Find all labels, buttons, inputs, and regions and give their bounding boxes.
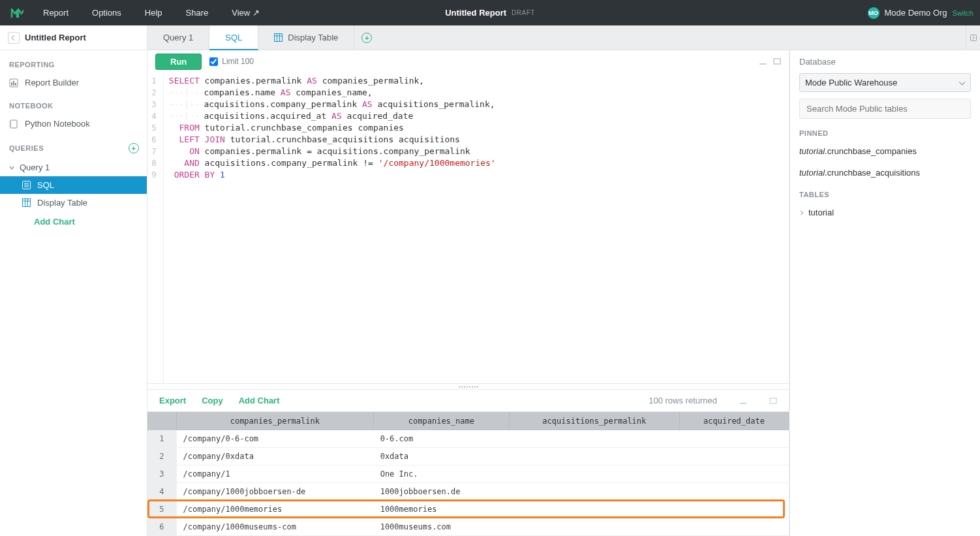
table-header-rownum (147, 412, 176, 430)
database-select[interactable]: Mode Public Warehouse (799, 73, 971, 92)
minimize-icon[interactable] (759, 58, 767, 65)
table-cell: /company/0xdata (176, 448, 374, 465)
section-notebook: NOTEBOOK (0, 91, 147, 115)
tree-sql[interactable]: SQL (0, 176, 147, 194)
menu-help[interactable]: Help (133, 0, 174, 25)
run-button[interactable]: Run (155, 54, 202, 70)
switch-org-link[interactable]: Switch (953, 9, 973, 17)
tree-add-chart[interactable]: Add Chart (0, 212, 147, 232)
menu-view[interactable]: View ↗ (220, 0, 271, 25)
results-maximize-icon[interactable] (769, 398, 777, 404)
tabs-scroll-right[interactable] (966, 25, 980, 50)
section-queries: QUERIES (9, 144, 44, 152)
results-table: companies_permalink companies_name acqui… (147, 412, 789, 536)
nav-report-builder[interactable]: Report Builder (0, 74, 147, 91)
table-header[interactable]: acquisitions_permalink (509, 412, 679, 430)
pinned-table[interactable]: tutorial.crunchbase_companies (799, 144, 971, 159)
database-panel: Database Mode Public Warehouse PINNED tu… (789, 50, 980, 536)
maximize-icon[interactable] (773, 58, 781, 65)
topbar-menu: Report Options Help Share View ↗ (31, 0, 271, 25)
svg-rect-22 (774, 59, 780, 64)
table-icon (22, 198, 31, 207)
table-row[interactable]: 5/company/1000memories1000memories (147, 501, 789, 518)
svg-rect-2 (13, 81, 14, 86)
horizontal-splitter[interactable] (147, 383, 789, 390)
tables-schema[interactable]: tutorial (799, 205, 971, 220)
export-link[interactable]: Export (159, 396, 186, 405)
table-cell (680, 501, 789, 518)
draft-badge: DRAFT (512, 9, 535, 16)
pinned-section-label: PINNED (799, 129, 971, 137)
tree-query1[interactable]: Query 1 (0, 159, 147, 176)
results-minimize-icon[interactable] (739, 398, 747, 404)
sql-editor[interactable]: 123456789 SELECT companies.permalink AS … (147, 72, 789, 383)
nav-report-builder-label: Report Builder (25, 78, 79, 87)
tab-query1[interactable]: Query 1 (147, 25, 209, 50)
tree-display-table-label: Display Table (37, 198, 87, 208)
tab-add-button[interactable]: + (354, 25, 379, 50)
svg-rect-24 (770, 398, 776, 403)
nav-python-notebook[interactable]: Python Notebook (0, 115, 147, 133)
tree-display-table[interactable]: Display Table (0, 194, 147, 212)
org-avatar[interactable]: MO (868, 7, 880, 19)
table-cell-rownum: 2 (147, 448, 176, 465)
sidebar: Untitled Report REPORTING Report Builder… (0, 25, 147, 536)
table-cell (509, 483, 679, 501)
table-cell: /company/1 (176, 465, 374, 483)
table-cell-rownum: 6 (147, 518, 176, 536)
tab-sql[interactable]: SQL (209, 25, 258, 50)
table-row[interactable]: 2/company/0xdata0xdata (147, 448, 789, 465)
table-cell: 1000memories (374, 501, 509, 518)
report-title[interactable]: Untitled Report (445, 8, 506, 18)
sql-icon (22, 181, 31, 189)
editor-code[interactable]: SELECT companies.permalink AS companies_… (164, 72, 501, 383)
copy-link[interactable]: Copy (202, 396, 223, 405)
app-logo-icon[interactable] (10, 7, 23, 20)
table-header[interactable]: acquired_date (680, 412, 789, 430)
nav-python-notebook-label: Python Notebook (25, 119, 90, 129)
table-cell: /company/1000jobboersen-de (176, 483, 374, 501)
svg-rect-12 (23, 199, 31, 207)
back-button[interactable] (8, 32, 20, 44)
tree-query1-label: Query 1 (20, 163, 50, 172)
table-row[interactable]: 3/company/1One Inc. (147, 465, 789, 483)
editor-gutter: 123456789 (147, 72, 164, 383)
svg-rect-4 (10, 120, 17, 128)
table-row[interactable]: 4/company/1000jobboersen-de1000jobboerse… (147, 483, 789, 501)
table-cell (680, 448, 789, 465)
table-cell: /company/0-6-com (176, 430, 374, 448)
table-cell: 1000jobboersen.de (374, 483, 509, 501)
database-label: Database (799, 57, 971, 67)
menu-options[interactable]: Options (80, 0, 133, 25)
results-table-wrap[interactable]: companies_permalink companies_name acqui… (147, 412, 789, 536)
menu-share[interactable]: Share (174, 0, 221, 25)
table-header[interactable]: companies_name (374, 412, 509, 430)
tables-section-label: TABLES (799, 191, 971, 198)
sidebar-report-title[interactable]: Untitled Report (25, 33, 86, 42)
table-cell (509, 518, 679, 536)
table-cell (680, 430, 789, 448)
tree-sql-label: SQL (37, 180, 54, 190)
table-search-input[interactable] (799, 99, 971, 119)
menu-report[interactable]: Report (31, 0, 80, 25)
table-icon (274, 33, 283, 42)
table-row[interactable]: 1/company/0-6-com0-6.com (147, 430, 789, 448)
tab-display-table[interactable]: Display Table (258, 25, 354, 50)
pinned-table[interactable]: tutorial.crunchbase_acquisitions (799, 165, 971, 180)
table-cell: 0-6.com (374, 430, 509, 448)
results-toolbar: Export Copy Add Chart 100 rows returned (147, 390, 789, 412)
table-row[interactable]: 6/company/1000museums-com1000museums.com (147, 518, 789, 536)
table-cell: /company/1000museums-com (176, 518, 374, 536)
svg-rect-1 (11, 82, 12, 86)
svg-rect-16 (275, 34, 283, 42)
table-header[interactable]: companies_permalink (176, 412, 374, 430)
limit-checkbox-input[interactable] (209, 57, 218, 66)
org-name[interactable]: Mode Demo Org (885, 8, 947, 18)
rows-returned: 100 rows returned (649, 396, 717, 405)
add-query-button[interactable]: + (129, 143, 139, 153)
table-cell (680, 483, 789, 501)
limit-checkbox[interactable]: Limit 100 (209, 57, 254, 66)
add-chart-link[interactable]: Add Chart (239, 396, 280, 405)
svg-rect-3 (15, 83, 16, 86)
main: Query 1 SQL Display Table + Run Limit 10… (147, 25, 980, 536)
